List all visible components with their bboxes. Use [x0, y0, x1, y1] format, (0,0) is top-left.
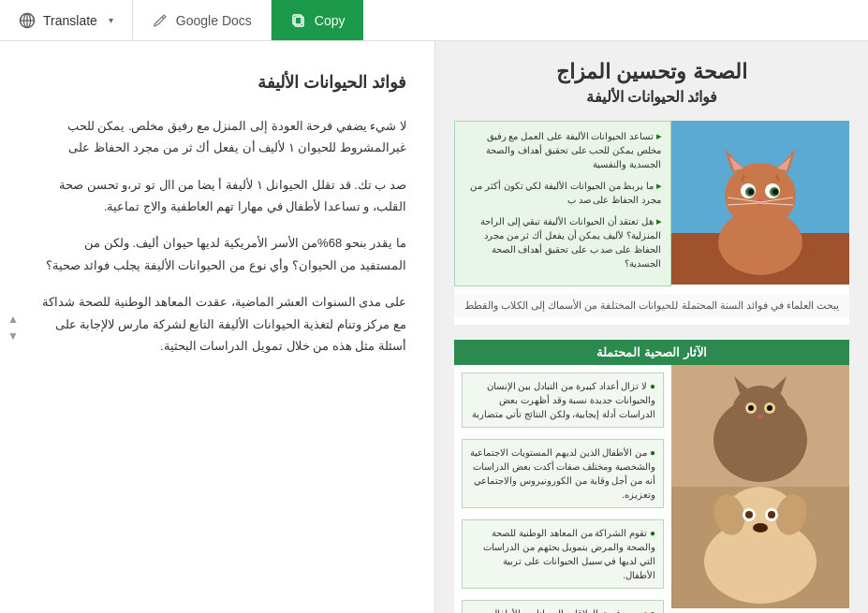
- scroll-up-icon[interactable]: ▲: [7, 313, 19, 326]
- svg-point-46: [745, 511, 753, 518]
- svg-point-38: [758, 415, 763, 418]
- right-panel: الصحة وتحسين المزاج فوائد الحيوانات الأل…: [435, 41, 868, 613]
- translate-label: Translate: [43, 13, 97, 28]
- copy-button[interactable]: Copy: [272, 0, 364, 40]
- main-content: ▲ ▼ فوائد الحيوانات الأليفة لا شيء يضفي …: [0, 41, 868, 613]
- cat-bullet-2: ▸ ما يربط من الحيوانات الأليفة لكي تكون …: [464, 179, 661, 207]
- separator-text: يبحث العلماء في فوائد السنة المحتملة للح…: [454, 294, 849, 317]
- toolbar: Translate ▾ Google Docs Copy: [0, 0, 868, 41]
- cat-bullet-3: ▸ هل تعتقد أن الحيوانات الأليفة تبقي إلى…: [464, 214, 661, 270]
- copy-icon: [290, 12, 307, 29]
- svg-point-47: [768, 511, 775, 518]
- dog-bullet-2: ● من الأطفال الذين لديهم المستويات الاجت…: [462, 439, 664, 508]
- svg-point-48: [753, 523, 768, 533]
- cat-bullet-1: ▸ تساعد الحيوانات الأليفة على العمل مع ر…: [464, 129, 661, 171]
- doc-paragraph-2: صد ب تك. قد تقلل الحيوانل ١ لأليفة أ يضا…: [37, 174, 406, 218]
- dog-bullet-3: ● تقوم الشراكة من المعاهد الوطنية للصحة …: [462, 519, 664, 589]
- svg-point-20: [772, 189, 778, 195]
- doc-paragraph-4: على مدى السنوات العشر الماضية، عقدت المع…: [37, 291, 406, 357]
- scroll-indicator: ▲ ▼: [7, 313, 19, 343]
- svg-point-36: [748, 405, 754, 411]
- doc-paragraph-3: ما يقدر بنحو 68%من الأسر الأمريكية لديها…: [37, 232, 406, 276]
- cat-image-text-block: ▸ تساعد الحيوانات الأليفة على العمل مع ر…: [454, 121, 849, 286]
- svg-point-10: [725, 163, 796, 228]
- dog-cat-section: الآثار الصحية المحتملة: [454, 340, 849, 613]
- section-header-bar: الآثار الصحية المحتملة: [454, 340, 849, 365]
- left-panel: ▲ ▼ فوائد الحيوانات الأليفة لا شيء يضفي …: [0, 41, 435, 613]
- copy-label: Copy: [315, 13, 346, 28]
- scroll-down-icon[interactable]: ▼: [7, 329, 19, 343]
- right-panel-subtitle: فوائد الحيوانات الأليفة: [454, 88, 849, 106]
- chevron-down-icon: ▾: [109, 15, 113, 25]
- right-panel-title: الصحة وتحسين المزاج: [454, 60, 849, 84]
- google-docs-button[interactable]: Google Docs: [133, 0, 272, 40]
- svg-line-4: [162, 17, 164, 19]
- cat-image: [671, 121, 849, 285]
- globe-icon: [19, 12, 36, 29]
- pencil-icon: [152, 12, 169, 29]
- svg-point-19: [748, 189, 754, 195]
- svg-point-37: [767, 405, 772, 411]
- doc-title: فوائد الحيوانات الأليفة: [37, 69, 406, 96]
- dog-cat-content: ● لا تزال أعداد كبيرة من التبادل بين الإ…: [454, 365, 849, 613]
- dog-cat-image: [671, 365, 849, 608]
- google-docs-label: Google Docs: [176, 13, 252, 28]
- cat-content-card: ▸ تساعد الحيوانات الأليفة على العمل مع ر…: [454, 121, 849, 325]
- dog-bullet-list: ● لا تزال أعداد كبيرة من التبادل بين الإ…: [454, 365, 671, 613]
- cat-text-bullets: ▸ تساعد الحيوانات الأليفة على العمل مع ر…: [454, 121, 671, 286]
- dog-bullet-1: ● لا تزال أعداد كبيرة من التبادل بين الإ…: [462, 372, 664, 428]
- doc-paragraph-1: لا شيء يضفي فرحة العودة إلى المنزل مع رف…: [37, 115, 406, 159]
- dog-bullet-4: ● تدرس فريق العلاقات الحيوانات والأطفال …: [462, 600, 664, 613]
- svg-point-31: [732, 386, 788, 438]
- right-panel-header: الصحة وتحسين المزاج فوائد الحيوانات الأل…: [454, 60, 849, 106]
- translate-button[interactable]: Translate ▾: [0, 0, 133, 40]
